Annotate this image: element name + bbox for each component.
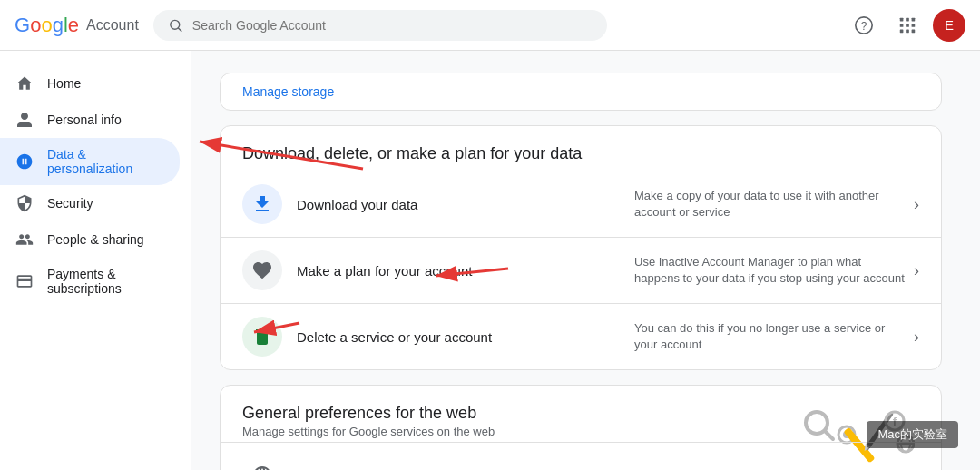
apps-icon bbox=[897, 15, 917, 35]
sidebar-label-personal-info: Personal info bbox=[47, 113, 122, 127]
manage-storage-link[interactable]: Manage storage bbox=[220, 73, 941, 110]
sidebar-item-payments[interactable]: Payments & subscriptions bbox=[0, 258, 180, 305]
language-chevron: › bbox=[914, 466, 919, 471]
svg-rect-8 bbox=[906, 24, 909, 27]
svg-rect-11 bbox=[906, 29, 909, 33]
svg-rect-12 bbox=[912, 29, 916, 33]
download-data-icon bbox=[251, 193, 273, 215]
sidebar-item-people-sharing[interactable]: People & sharing bbox=[0, 221, 180, 258]
user-avatar-button[interactable]: E bbox=[933, 9, 965, 42]
search-icon bbox=[168, 17, 183, 34]
svg-rect-4 bbox=[900, 17, 904, 21]
sidebar-label-payments: Payments & subscriptions bbox=[47, 267, 165, 296]
help-button[interactable]: ? bbox=[846, 7, 882, 44]
svg-rect-6 bbox=[912, 17, 916, 21]
delete-service-icon bbox=[251, 326, 273, 348]
svg-rect-7 bbox=[900, 24, 904, 27]
delete-service-title: Delete a service or your account bbox=[297, 329, 634, 345]
make-plan-icon-wrap bbox=[242, 250, 282, 290]
download-data-icon-wrap bbox=[242, 184, 282, 224]
people-sharing-icon bbox=[15, 230, 34, 249]
sidebar-item-home[interactable]: Home bbox=[0, 65, 180, 102]
download-data-chevron: › bbox=[914, 195, 919, 214]
payments-icon bbox=[15, 272, 34, 290]
download-delete-card: Download, delete, or make a plan for you… bbox=[220, 125, 942, 370]
header: Google Account ? bbox=[0, 0, 980, 51]
svg-text:?: ? bbox=[861, 19, 867, 32]
sidebar-item-personal-info[interactable]: Personal info bbox=[0, 102, 180, 138]
language-icon-wrap bbox=[242, 455, 282, 470]
svg-rect-9 bbox=[912, 24, 916, 27]
personal-info-icon bbox=[15, 111, 34, 129]
apps-button[interactable] bbox=[889, 7, 926, 44]
sidebar-label-home: Home bbox=[47, 76, 81, 91]
security-icon bbox=[15, 194, 34, 212]
delete-service-desc: You can do this if you no longer use a s… bbox=[634, 320, 906, 353]
delete-service-icon-wrap bbox=[242, 317, 282, 357]
svg-rect-5 bbox=[906, 17, 909, 21]
make-plan-desc: Use Inactive Account Manager to plan wha… bbox=[634, 254, 906, 287]
list-item-download-data[interactable]: Download your data Make a copy of your d… bbox=[220, 171, 941, 237]
download-data-desc: Make a copy of your data to use it with … bbox=[634, 188, 906, 220]
make-plan-chevron: › bbox=[914, 261, 919, 280]
download-card-title: Download, delete, or make a plan for you… bbox=[242, 144, 919, 163]
account-label: Account bbox=[86, 17, 139, 34]
list-item-language[interactable]: Language English (United States) › bbox=[220, 442, 941, 470]
sidebar-item-data-personalization[interactable]: Data & personalization bbox=[0, 138, 180, 185]
sidebar-label-people-sharing: People & sharing bbox=[47, 232, 144, 247]
header-actions: ? E bbox=[846, 7, 965, 44]
help-icon: ? bbox=[854, 15, 874, 35]
storage-card: Manage storage bbox=[220, 73, 942, 111]
svg-line-1 bbox=[178, 28, 181, 31]
google-account-logo[interactable]: Google Account bbox=[15, 14, 139, 37]
home-icon bbox=[15, 74, 34, 93]
search-bar[interactable] bbox=[153, 10, 607, 41]
sidebar-label-security: Security bbox=[47, 196, 93, 211]
google-wordmark: Google bbox=[15, 14, 79, 37]
page-layout: Home Personal info Data & personalizatio… bbox=[0, 0, 980, 470]
download-data-title: Download your data bbox=[297, 197, 634, 212]
download-data-text: Download your data bbox=[297, 197, 634, 212]
svg-line-14 bbox=[825, 431, 833, 439]
svg-text:f: f bbox=[893, 415, 897, 428]
delete-service-chevron: › bbox=[914, 328, 919, 347]
data-personalization-icon bbox=[15, 152, 34, 171]
make-plan-icon bbox=[251, 259, 273, 281]
list-item-make-plan[interactable]: Make a plan for your account Use Inactiv… bbox=[220, 237, 941, 303]
download-card-header: Download, delete, or make a plan for you… bbox=[220, 126, 941, 171]
svg-rect-10 bbox=[900, 29, 904, 33]
make-plan-text: Make a plan for your account bbox=[297, 263, 634, 279]
make-plan-title: Make a plan for your account bbox=[297, 263, 634, 279]
main-content: Manage storage Download, delete, or make… bbox=[191, 51, 971, 470]
language-icon bbox=[251, 465, 273, 470]
search-input[interactable] bbox=[192, 18, 593, 33]
sidebar-label-data-personalization: Data & personalization bbox=[47, 147, 165, 176]
sidebar: Home Personal info Data & personalizatio… bbox=[0, 51, 191, 470]
delete-service-text: Delete a service or your account bbox=[297, 329, 634, 345]
sidebar-item-security[interactable]: Security bbox=[0, 185, 180, 221]
preferences-card: General preferences for the web Manage s… bbox=[220, 385, 942, 470]
list-item-delete-service[interactable]: Delete a service or your account You can… bbox=[220, 303, 941, 369]
